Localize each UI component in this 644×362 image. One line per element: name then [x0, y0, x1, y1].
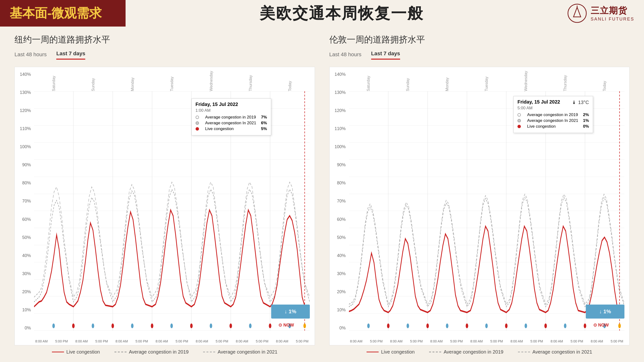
london-legend-2021-line — [518, 352, 530, 352]
svg-point-35 — [446, 323, 448, 328]
svg-point-34 — [426, 323, 428, 328]
svg-point-12 — [92, 323, 94, 328]
header-left-title: 基本面-微观需求 — [10, 5, 102, 22]
london-tab-row: Last 48 hours Last 7 days — [329, 50, 630, 60]
ny-tooltip-row-2021: Average congestion In 2021 6% — [196, 121, 267, 125]
ny-tab-row: Last 48 hours Last 7 days — [14, 50, 315, 60]
svg-point-31 — [367, 323, 370, 328]
header-left-section: 基本面-微观需求 — [0, 0, 126, 26]
london-tooltip-val-2021: 1% — [583, 118, 589, 123]
ny-legend-2019: Average congestion in 2019 — [114, 349, 189, 355]
ny-legend-2019-line — [114, 352, 126, 352]
svg-point-23 — [304, 323, 306, 328]
ny-tooltip-val-2019: 7% — [261, 115, 267, 120]
ny-tooltip-label-live: Live congestion — [205, 126, 256, 131]
ny-legend-live-line — [52, 352, 64, 352]
svg-point-42 — [584, 323, 586, 328]
london-tooltip-val-2019: 2% — [583, 112, 589, 117]
ny-blue-box: ↓ 1% — [271, 305, 310, 319]
london-tooltip-dot-2019 — [518, 113, 521, 117]
svg-point-17 — [190, 323, 193, 328]
london-day-labels: Saturday Sunday Monday Tuesday Wednesday… — [349, 72, 625, 91]
london-tooltip-label-2021: Average congestion In 2021 — [527, 118, 578, 123]
svg-point-36 — [466, 323, 468, 328]
ny-day-labels: Saturday Sunday Monday Tuesday Wednesday… — [34, 72, 310, 91]
london-legend-2019-line — [429, 352, 441, 352]
svg-point-39 — [524, 323, 527, 328]
ny-chart-section: 纽约一周的道路拥挤水平 Last 48 hours Last 7 days 14… — [14, 34, 315, 355]
london-tooltip-label-live: Live congestion — [527, 124, 578, 129]
ny-tooltip-row-2019: Average congestion in 2019 7% — [196, 115, 267, 120]
london-tooltip-dot-live — [518, 125, 521, 128]
london-y-axis: 140% 130% 120% 110% 100% 90% 80% 70% 60%… — [330, 72, 348, 331]
ny-tab-7d[interactable]: Last 7 days — [56, 50, 85, 60]
london-tab-7d[interactable]: Last 7 days — [371, 50, 400, 60]
ny-y-axis: 140% 130% 120% 110% 100% 90% 80% 70% 60%… — [15, 72, 33, 331]
logo-cn: 三立期货 — [591, 5, 627, 17]
ny-tooltip-row-live: Live congestion 5% — [196, 126, 267, 131]
svg-point-16 — [170, 323, 173, 328]
london-tooltip-row-2021: Average congestion In 2021 1% — [518, 118, 589, 123]
ny-section-title: 纽约一周的道路拥挤水平 — [14, 34, 315, 46]
ny-legend: Live congestion Average congestion in 20… — [14, 349, 315, 355]
ny-x-labels: 8:00 AM 5:00 PM 8:00 AM 5:00 PM 8:00 AM … — [34, 339, 310, 343]
svg-point-13 — [112, 323, 114, 328]
logo-en: SANLI FUTURES — [591, 17, 634, 22]
thermometer-icon: 🌡 — [572, 100, 577, 105]
ny-tooltip-dot-live — [196, 127, 199, 131]
svg-point-20 — [249, 323, 251, 328]
london-legend-live: Live congestion — [366, 349, 414, 355]
svg-point-32 — [387, 323, 389, 328]
svg-point-33 — [406, 323, 409, 328]
svg-point-44 — [618, 323, 620, 328]
ny-now-label: ⊙ NOW — [278, 323, 294, 328]
london-legend: Live congestion Average congestion in 20… — [329, 349, 630, 355]
header-right-logo: 三立期货 SANLI FUTURES — [558, 0, 644, 26]
london-tooltip-row-2019: Average congestion in 2019 2% — [518, 112, 589, 117]
london-section-title: 伦敦一周的道路拥挤水平 — [329, 34, 630, 46]
london-legend-live-line — [366, 352, 378, 352]
svg-point-10 — [52, 323, 55, 328]
svg-marker-1 — [574, 7, 581, 17]
london-tooltip-time: 5:00 AM — [518, 106, 589, 110]
london-tab-48h[interactable]: Last 48 hours — [329, 51, 362, 60]
header: 基本面-微观需求 美欧交通本周恢复一般 三立期货 SANLI FUTURES — [0, 0, 644, 26]
london-chart-container: 140% 130% 120% 110% 100% 90% 80% 70% 60%… — [329, 67, 630, 345]
london-tooltip: Friday, 15 Jul 2022 🌡 13°C 5:00 AM Avera… — [513, 96, 593, 133]
ny-tooltip-date: Friday, 15 Jul 2022 — [196, 102, 267, 107]
london-x-labels: 8:00 AM 5:00 PM 8:00 AM 5:00 PM 8:00 AM … — [349, 339, 625, 343]
logo-text: 三立期货 SANLI FUTURES — [591, 5, 634, 22]
london-legend-2019: Average congestion in 2019 — [429, 349, 504, 355]
ny-legend-2021-line — [203, 352, 215, 352]
london-tooltip-dot-2021 — [518, 119, 521, 122]
svg-point-14 — [131, 323, 134, 328]
svg-point-15 — [151, 323, 153, 328]
london-temp-badge: 🌡 13°C — [572, 100, 589, 105]
london-tooltip-row-live: Live congestion 0% — [518, 124, 589, 129]
ny-chart-container: 140% 130% 120% 110% 100% 90% 80% 70% 60%… — [14, 67, 315, 345]
svg-point-18 — [210, 323, 212, 328]
ny-legend-live: Live congestion — [52, 349, 100, 355]
ny-tooltip-time: 1:00 AM — [196, 108, 267, 113]
london-legend-2021: Average congestion in 2021 — [518, 349, 592, 355]
ny-tooltip-dot-2019 — [196, 116, 199, 119]
london-tooltip-date: Friday, 15 Jul 2022 — [518, 99, 560, 105]
svg-point-19 — [230, 323, 232, 328]
ny-tooltip-dot-2021 — [196, 121, 199, 125]
svg-point-41 — [564, 323, 566, 328]
ny-tooltip: Friday, 15 Jul 2022 1:00 AM Average cong… — [192, 98, 271, 135]
logo-icon — [568, 3, 587, 23]
ny-tooltip-label-2021: Average congestion In 2021 — [205, 121, 256, 125]
london-tooltip-val-live: 0% — [583, 124, 589, 129]
svg-point-21 — [269, 323, 271, 328]
svg-point-40 — [544, 323, 547, 328]
svg-point-11 — [72, 323, 74, 328]
header-center-title: 美欧交通本周恢复一般 — [126, 0, 558, 26]
ny-tab-48h[interactable]: Last 48 hours — [14, 51, 46, 60]
ny-tooltip-val-2021: 6% — [261, 121, 267, 125]
london-blue-box: ↓ 1% — [586, 305, 624, 319]
charts-row: 纽约一周的道路拥挤水平 Last 48 hours Last 7 days 14… — [14, 34, 630, 355]
svg-point-38 — [505, 323, 507, 328]
ny-tooltip-label-2019: Average congestion in 2019 — [205, 115, 256, 120]
london-tooltip-label-2019: Average congestion in 2019 — [527, 112, 578, 117]
